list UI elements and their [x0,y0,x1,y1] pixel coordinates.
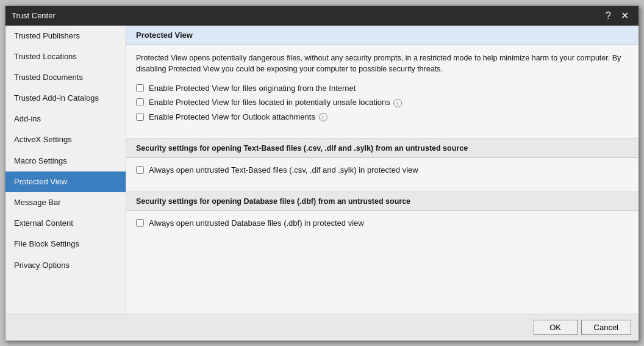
database-section-content: Always open untrusted Database files (.d… [126,211,639,240]
checkbox-unsafe-locations[interactable] [136,98,144,106]
sidebar-item-file-block-settings[interactable]: File Block Settings [5,234,126,254]
checkbox-database[interactable] [136,219,144,227]
checkbox-text-based[interactable] [136,166,144,174]
sidebar-item-activex-settings[interactable]: ActiveX Settings [5,129,126,150]
checkbox-row-database: Always open untrusted Database files (.d… [136,218,629,228]
protected-view-description: Protected View opens potentially dangero… [136,52,629,76]
protected-view-section: Protected View opens potentially dangero… [126,45,639,134]
sidebar-item-add-ins[interactable]: Add-ins [5,109,126,129]
checkbox-internet[interactable] [136,84,144,92]
sidebar-item-trusted-documents[interactable]: Trusted Documents [5,67,126,88]
checkbox-row-internet: Enable Protected View for files originat… [136,84,629,93]
title-bar-controls: ? ✕ [602,11,632,21]
sidebar-item-external-content[interactable]: External Content [5,213,126,234]
sidebar-item-trusted-locations[interactable]: Trusted Locations [5,46,126,67]
dialog-body: Trusted Publishers Trusted Locations Tru… [5,26,639,314]
protected-view-header: Protected View [126,26,639,45]
info-icon-unsafe: i [393,99,402,107]
title-bar: Trust Center ? ✕ [5,6,639,26]
sidebar-item-protected-view[interactable]: Protected View [5,171,126,192]
checkbox-row-text-based: Always open untrusted Text-Based files (… [136,165,629,175]
checkbox-database-label[interactable]: Always open untrusted Database files (.d… [149,218,364,228]
checkbox-unsafe-locations-label[interactable]: Enable Protected View for files located … [149,98,402,107]
dialog-footer: OK Cancel [5,314,639,341]
sidebar: Trusted Publishers Trusted Locations Tru… [5,26,126,314]
sidebar-item-privacy-options[interactable]: Privacy Options [5,255,126,276]
text-based-section-header: Security settings for opening Text-Based… [126,139,639,158]
sidebar-item-trusted-addin-catalogs[interactable]: Trusted Add-in Catalogs [5,88,126,109]
trust-center-dialog: Trust Center ? ✕ Trusted Publishers Trus… [5,5,639,341]
ok-button[interactable]: OK [534,320,578,335]
database-section-header: Security settings for opening Database f… [126,192,639,211]
main-content: Protected View Protected View opens pote… [126,26,639,314]
sidebar-item-macro-settings[interactable]: Macro Settings [5,151,126,171]
checkbox-internet-label[interactable]: Enable Protected View for files originat… [149,84,356,93]
sidebar-item-message-bar[interactable]: Message Bar [5,192,126,213]
help-button[interactable]: ? [602,11,615,21]
checkbox-row-outlook: Enable Protected View for Outlook attach… [136,112,629,122]
close-button[interactable]: ✕ [617,11,632,21]
checkbox-outlook-label[interactable]: Enable Protected View for Outlook attach… [149,112,327,122]
checkbox-row-unsafe-locations: Enable Protected View for files located … [136,98,629,107]
checkbox-text-based-label[interactable]: Always open untrusted Text-Based files (… [149,165,418,175]
checkbox-outlook[interactable] [136,113,144,121]
text-based-section-content: Always open untrusted Text-Based files (… [126,158,639,187]
cancel-button[interactable]: Cancel [581,320,631,335]
info-icon-outlook: i [319,113,327,121]
dialog-title: Trust Center [12,11,55,20]
sidebar-item-trusted-publishers[interactable]: Trusted Publishers [5,26,126,46]
